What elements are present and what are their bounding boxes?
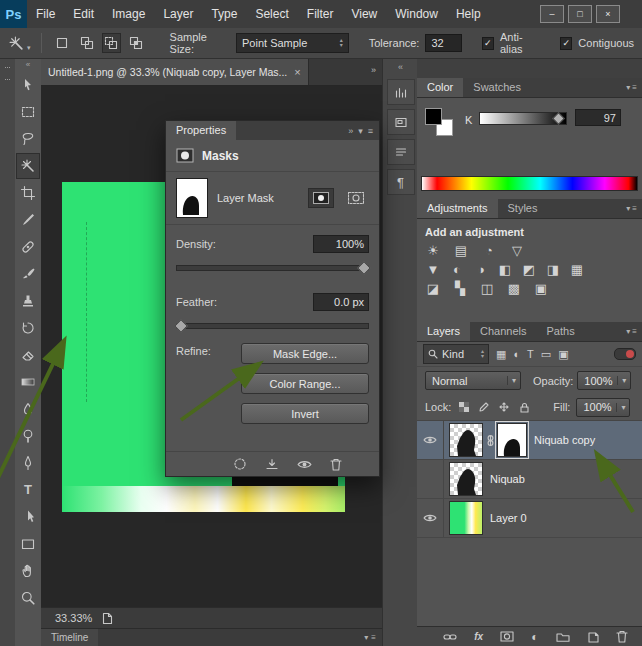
feather-slider[interactable] [176, 323, 369, 329]
filter-shape-layers-icon[interactable]: ▭ [541, 348, 551, 361]
adjustment-vibrance-icon[interactable]: ▼ [425, 262, 441, 277]
menu-image[interactable]: Image [103, 0, 154, 28]
toolbar-collapse-chevron-icon[interactable]: « [26, 59, 30, 71]
lasso-tool[interactable] [16, 126, 40, 152]
tab-color[interactable]: Color [417, 78, 463, 97]
eyedropper-tool[interactable] [16, 207, 40, 233]
type-tool[interactable]: T [16, 477, 40, 503]
blend-mode-dropdown[interactable]: Normal ▾ [425, 371, 521, 390]
fill-dropdown[interactable]: 100% ▾ [576, 398, 630, 417]
density-value[interactable]: 100% [313, 235, 369, 253]
select-layer-mask-icon[interactable] [308, 188, 334, 208]
new-group-icon[interactable] [556, 631, 570, 642]
visibility-toggle[interactable] [417, 499, 444, 537]
delete-layer-icon[interactable] [616, 630, 628, 643]
crop-tool[interactable] [16, 180, 40, 206]
dock-expand-chevron-icon[interactable]: « [398, 59, 403, 75]
tolerance-input[interactable]: 32 [425, 34, 461, 52]
load-selection-icon[interactable] [233, 457, 247, 471]
dodge-tool[interactable] [16, 423, 40, 449]
layer-row-niquab-copy[interactable]: Niquab copy [417, 421, 642, 460]
color-panel-menu[interactable]: ▾ ≡ [626, 78, 642, 97]
menu-layer[interactable]: Layer [154, 0, 202, 28]
magic-wand-tool[interactable] [16, 153, 40, 179]
mask-link-icon[interactable] [483, 434, 497, 447]
adjustments-panel-menu[interactable]: ▾ ≡ [626, 199, 642, 218]
dock-panel-navigator-icon[interactable] [387, 109, 415, 135]
layer-name[interactable]: Niquab [490, 473, 525, 485]
dock-panel-histogram-icon[interactable] [387, 79, 415, 105]
contiguous-checkbox[interactable]: ✓ [560, 37, 572, 50]
foreground-color-swatch[interactable] [425, 108, 442, 125]
eraser-tool[interactable] [16, 342, 40, 368]
layer-thumbnail[interactable] [449, 423, 483, 457]
pen-tool[interactable] [16, 450, 40, 476]
dock-panel-paragraph-icon[interactable]: ¶ [387, 169, 415, 195]
tab-swatches[interactable]: Swatches [463, 78, 531, 97]
lock-all-icon[interactable] [517, 402, 531, 413]
layers-panel-menu[interactable]: ▾ ≡ [626, 322, 642, 341]
opacity-dropdown[interactable]: 100% ▾ [577, 371, 631, 390]
maximize-button[interactable]: □ [568, 5, 592, 23]
add-layer-mask-icon[interactable] [500, 631, 514, 642]
layer-thumbnail[interactable] [449, 462, 483, 496]
mask-preview-thumbnail[interactable] [176, 178, 208, 218]
gradient-tool[interactable] [16, 369, 40, 395]
k-channel-slider[interactable] [479, 112, 567, 125]
new-adjustment-layer-icon[interactable]: ◐ [531, 631, 538, 643]
filter-adjustment-layers-icon[interactable]: ◐ [513, 348, 520, 360]
rectangular-marquee-tool[interactable] [16, 99, 40, 125]
zoom-level[interactable]: 33.33% [47, 612, 92, 624]
properties-panel-menu[interactable]: » ▾ ≡ [348, 121, 379, 140]
adjustment-posterize-icon[interactable]: ▚ [452, 281, 468, 296]
menu-view[interactable]: View [342, 0, 386, 28]
selection-mode-intersect-icon[interactable] [127, 33, 146, 53]
clone-stamp-tool[interactable] [16, 288, 40, 314]
filter-pixel-layers-icon[interactable]: ▦ [496, 348, 506, 361]
density-slider-thumb[interactable] [357, 261, 371, 275]
current-tool-preset[interactable]: ▾ [8, 35, 31, 52]
minimize-button[interactable]: – [540, 5, 564, 23]
lock-position-icon[interactable] [497, 402, 511, 412]
brush-tool[interactable] [16, 261, 40, 287]
adjustment-color-lookup-icon[interactable]: ▦ [569, 262, 585, 277]
rectangle-tool[interactable] [16, 531, 40, 557]
adjustment-brightness-contrast-icon[interactable]: ☀ [425, 243, 441, 258]
selection-mode-add-icon[interactable] [77, 33, 96, 53]
lock-transparency-icon[interactable] [457, 402, 471, 412]
apply-mask-icon[interactable] [265, 458, 279, 471]
layer-filtering-toggle[interactable] [614, 348, 636, 360]
k-channel-value[interactable]: 97 [575, 109, 621, 126]
layer-row-niquab[interactable]: Niquab [417, 460, 642, 499]
sample-size-dropdown[interactable]: Point Sample ▴▾ [236, 33, 349, 53]
menu-filter[interactable]: Filter [298, 0, 343, 28]
adjustment-hue-saturation-icon[interactable]: ◐ [449, 262, 465, 277]
tab-layers[interactable]: Layers [417, 322, 470, 341]
menu-help[interactable]: Help [447, 0, 490, 28]
menu-type[interactable]: Type [202, 0, 246, 28]
tab-overflow-icon[interactable]: » [371, 65, 376, 75]
zoom-tool[interactable] [16, 585, 40, 611]
delete-mask-icon[interactable] [330, 458, 342, 471]
adjustment-levels-icon[interactable]: ▤ [453, 243, 469, 258]
filter-kind-dropdown[interactable]: Kind ▴▾ [423, 344, 489, 364]
adjustment-curves-icon[interactable]: ◔ [481, 243, 497, 258]
mask-edge-button[interactable]: Mask Edge... [241, 343, 369, 364]
layer-row-layer-0[interactable]: Layer 0 [417, 499, 642, 538]
history-brush-tool[interactable] [16, 315, 40, 341]
tab-channels[interactable]: Channels [470, 322, 536, 341]
status-doc-icon[interactable] [102, 612, 113, 625]
tab-properties[interactable]: Properties [166, 121, 236, 140]
invert-button[interactable]: Invert [241, 403, 369, 424]
tab-paths[interactable]: Paths [537, 322, 585, 341]
lock-paint-icon[interactable] [477, 402, 491, 412]
antialias-checkbox[interactable]: ✓ [482, 37, 494, 50]
adjustment-invert-icon[interactable]: ◪ [425, 281, 441, 296]
filter-smart-objects-icon[interactable]: ▣ [558, 348, 568, 361]
adjustment-gradient-map-icon[interactable]: ▩ [506, 281, 522, 296]
filter-type-layers-icon[interactable]: T [527, 348, 534, 360]
tab-styles[interactable]: Styles [498, 199, 548, 218]
adjustment-channel-mixer-icon[interactable]: ◨ [545, 262, 561, 277]
hand-tool[interactable] [16, 558, 40, 584]
blur-tool[interactable] [16, 396, 40, 422]
